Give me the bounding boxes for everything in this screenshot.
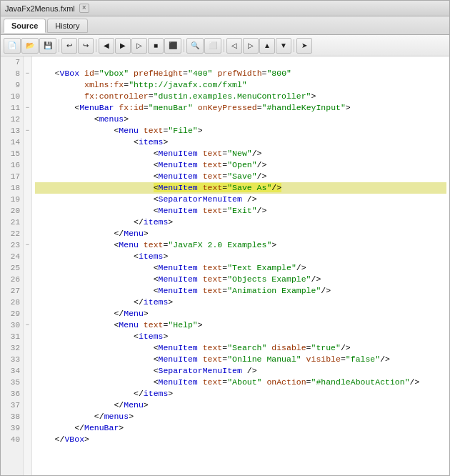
fold-40 <box>24 434 31 445</box>
toolbar-btn-undo[interactable]: ↩ <box>61 38 77 54</box>
code-line-31: <items> <box>35 331 446 342</box>
toolbar-btn-prev[interactable]: ◁ <box>226 38 242 54</box>
fold-11[interactable]: − <box>24 102 31 114</box>
source-history-bar: Source History <box>1 16 449 35</box>
fold-34 <box>24 365 31 377</box>
toolbar-btn-down[interactable]: ▼ <box>276 38 291 54</box>
fold-20 <box>24 205 31 217</box>
fold-35 <box>24 377 31 388</box>
fold-39 <box>24 422 31 434</box>
line-num-34: 34 <box>1 365 23 377</box>
line-num-20: 20 <box>1 205 23 217</box>
fold-8[interactable]: − <box>24 68 31 79</box>
fold-gutter: − − − − − <box>24 56 32 475</box>
code-editor[interactable]: <VBox id="vbox" prefHeight="400" prefWid… <box>32 56 449 475</box>
code-line-30: <Menu text="Help"> <box>35 319 446 331</box>
fold-22 <box>24 228 31 239</box>
fold-15 <box>24 148 31 159</box>
line-num-25: 25 <box>1 262 23 274</box>
close-button[interactable]: × <box>79 4 89 13</box>
toolbar-btn-open[interactable]: 📂 <box>21 38 39 54</box>
source-tab[interactable]: Source <box>4 19 46 33</box>
fold-21 <box>24 217 31 228</box>
line-num-27: 27 <box>1 285 23 297</box>
line-num-23: 23 <box>1 239 23 251</box>
toolbar-btn-right[interactable]: ➤ <box>296 38 312 54</box>
fold-13[interactable]: − <box>24 125 31 137</box>
fold-38 <box>24 411 31 422</box>
toolbar-btn-redo[interactable]: ↪ <box>78 38 94 54</box>
toolbar-sep-4 <box>224 39 224 52</box>
code-line-24: <items> <box>35 251 446 262</box>
fold-14 <box>24 137 31 148</box>
line-num-28: 28 <box>1 297 23 308</box>
code-line-32: <MenuItem text="Search" disable="true"/> <box>35 342 446 354</box>
code-line-33: <MenuItem text="Online Manual" visible="… <box>35 354 446 365</box>
line-num-14: 14 <box>1 137 23 148</box>
line-num-36: 36 <box>1 388 23 400</box>
line-num-19: 19 <box>1 194 23 205</box>
toolbar-btn-debug[interactable]: ⬛ <box>164 38 181 54</box>
main-window: JavaFx2Menus.fxml × Source History 📄 📂 💾… <box>0 0 450 476</box>
code-line-10: fx:controller="dustin.examples.MenuContr… <box>35 91 446 102</box>
code-line-14: <items> <box>35 137 446 148</box>
fold-31 <box>24 331 31 342</box>
line-num-9: 9 <box>1 79 23 91</box>
fold-32 <box>24 342 31 354</box>
code-line-13: <Menu text="File"> <box>35 125 446 137</box>
line-num-7: 7 <box>1 56 23 68</box>
code-line-7 <box>35 56 446 68</box>
line-num-33: 33 <box>1 354 23 365</box>
title-bar: JavaFx2Menus.fxml × <box>1 1 449 16</box>
code-line-16: <MenuItem text="Open"/> <box>35 159 446 171</box>
history-tab[interactable]: History <box>47 19 87 33</box>
fold-16 <box>24 159 31 171</box>
fold-17 <box>24 171 31 182</box>
line-num-40: 40 <box>1 434 23 445</box>
toolbar-btn-replace[interactable]: ⬜ <box>204 38 221 54</box>
fold-30[interactable]: − <box>24 319 31 331</box>
fold-26 <box>24 274 31 285</box>
code-line-36: </items> <box>35 388 446 400</box>
code-line-23: <Menu text="JavaFX 2.0 Examples"> <box>35 239 446 251</box>
code-line-20: <MenuItem text="Exit"/> <box>35 205 446 217</box>
fold-18 <box>24 182 31 194</box>
line-num-12: 12 <box>1 114 23 125</box>
line-num-8: 8 <box>1 68 23 79</box>
code-line-9: xmlns:fx="http://javafx.com/fxml" <box>35 79 446 91</box>
line-numbers: 7 8 9 10 11 12 13 14 15 16 17 18 19 20 2… <box>1 56 24 475</box>
code-line-35: <MenuItem text="About" onAction="#handle… <box>35 377 446 388</box>
code-line-22: </Menu> <box>35 228 446 239</box>
code-line-38: </menus> <box>35 411 446 422</box>
toolbar-btn-fwd[interactable]: ▶ <box>115 38 131 54</box>
fold-36 <box>24 388 31 400</box>
toolbar-btn-search[interactable]: 🔍 <box>186 38 204 54</box>
toolbar-sep-3 <box>184 39 184 52</box>
toolbar-btn-save[interactable]: 💾 <box>39 38 56 54</box>
fold-27 <box>24 285 31 297</box>
code-line-17: <MenuItem text="Save"/> <box>35 171 446 182</box>
line-num-22: 22 <box>1 228 23 239</box>
toolbar-btn-stop[interactable]: ■ <box>148 38 164 54</box>
line-num-32: 32 <box>1 342 23 354</box>
line-num-38: 38 <box>1 411 23 422</box>
line-num-16: 16 <box>1 159 23 171</box>
line-num-31: 31 <box>1 331 23 342</box>
fold-10 <box>24 91 31 102</box>
code-line-27: <MenuItem text="Animation Example"/> <box>35 285 446 297</box>
fold-37 <box>24 400 31 411</box>
line-num-39: 39 <box>1 422 23 434</box>
code-line-19: <SeparatorMenuItem /> <box>35 194 446 205</box>
toolbar-btn-new[interactable]: 📄 <box>4 38 21 54</box>
toolbar-btn-next[interactable]: ▷ <box>243 38 259 54</box>
toolbar-btn-run[interactable]: ▷ <box>131 38 147 54</box>
code-line-12: <menus> <box>35 114 446 125</box>
code-line-18: <MenuItem text="Save As"/> <box>35 182 446 194</box>
toolbar-btn-back[interactable]: ◀ <box>99 38 114 54</box>
line-num-18: 18 <box>1 182 23 194</box>
toolbar-btn-up[interactable]: ▲ <box>259 38 275 54</box>
toolbar-sep-2 <box>96 39 96 52</box>
line-num-15: 15 <box>1 148 23 159</box>
fold-23[interactable]: − <box>24 239 31 251</box>
fold-25 <box>24 262 31 274</box>
